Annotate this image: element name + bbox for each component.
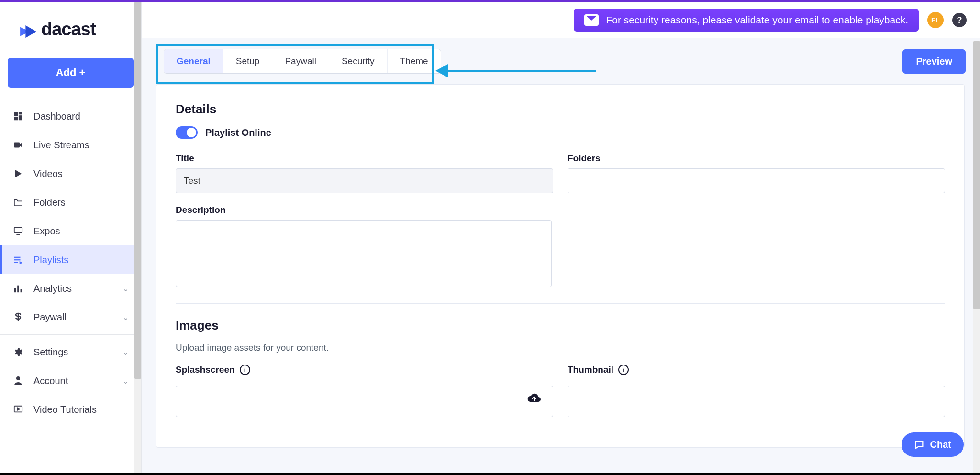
toggle-label: Playlist Online: [205, 127, 271, 138]
sidebar-item-label: Videos: [33, 168, 63, 179]
playlist-online-toggle[interactable]: [176, 126, 198, 139]
details-card: Details Playlist Online Title Folders: [156, 84, 965, 448]
chat-button[interactable]: Chat: [902, 432, 964, 457]
sidebar-item-label: Video Tutorials: [33, 404, 97, 415]
sidebar-scrollbar[interactable]: [134, 2, 141, 473]
svg-rect-3: [14, 117, 18, 120]
sidebar-item-playlists[interactable]: Playlists: [0, 245, 141, 274]
dashboard-icon: [12, 110, 24, 122]
sidebar-item-expos[interactable]: Expos: [0, 217, 141, 245]
topbar: For security reasons, please validate yo…: [142, 2, 980, 38]
logo-mark-icon: [19, 22, 37, 37]
dollar-icon: [12, 311, 24, 323]
svg-rect-9: [14, 262, 18, 263]
tab-general[interactable]: General: [164, 49, 223, 73]
section-divider: [176, 303, 945, 304]
splashscreen-dropzone[interactable]: [176, 386, 553, 417]
svg-rect-10: [14, 288, 16, 292]
sidebar-item-label: Live Streams: [33, 140, 89, 151]
thumbnail-dropzone[interactable]: [568, 386, 945, 417]
sidebar-item-label: Folders: [33, 197, 66, 208]
banner-text: For security reasons, please validate yo…: [606, 14, 909, 26]
nav-divider: [0, 334, 141, 335]
help-icon[interactable]: ?: [952, 13, 967, 27]
tab-setup[interactable]: Setup: [223, 49, 273, 73]
bars-icon: [12, 283, 24, 294]
sidebar-item-settings[interactable]: Settings ⌄: [0, 338, 141, 366]
sidebar-item-label: Expos: [33, 226, 60, 237]
cloud-upload-icon: [527, 393, 541, 405]
svg-rect-0: [14, 112, 18, 116]
sidebar-item-label: Playlists: [33, 254, 68, 265]
info-icon[interactable]: i: [618, 365, 629, 375]
email-validation-banner[interactable]: For security reasons, please validate yo…: [574, 9, 919, 32]
svg-rect-5: [14, 228, 22, 233]
sidebar-item-label: Paywall: [33, 312, 67, 323]
title-label: Title: [176, 153, 553, 164]
play-icon: [12, 168, 24, 179]
monitor-icon: [12, 225, 24, 237]
sidebar-item-live-streams[interactable]: Live Streams: [0, 131, 141, 159]
sidebar-item-video-tutorials[interactable]: Video Tutorials: [0, 395, 141, 424]
tabs: General Setup Paywall Security Theme: [164, 49, 441, 74]
sidebar-item-account[interactable]: Account ⌄: [0, 366, 141, 395]
svg-rect-12: [21, 289, 22, 292]
info-icon[interactable]: i: [240, 365, 250, 375]
description-label: Description: [176, 205, 552, 215]
tabs-row: General Setup Paywall Security Theme Pre…: [156, 38, 975, 84]
chevron-down-icon: ⌄: [122, 376, 129, 386]
sidebar-item-label: Settings: [33, 347, 68, 358]
svg-rect-8: [14, 259, 21, 260]
svg-point-13: [16, 376, 20, 380]
details-heading: Details: [176, 102, 945, 117]
annotation-arrow: [435, 64, 596, 77]
content-scroll-area: General Setup Paywall Security Theme Pre…: [142, 38, 980, 473]
mail-icon: [584, 14, 599, 26]
sidebar-item-dashboard[interactable]: Dashboard: [0, 102, 141, 131]
brand-logo: dacast: [0, 2, 141, 49]
svg-rect-1: [19, 112, 22, 115]
avatar[interactable]: EL: [927, 12, 944, 28]
tab-paywall[interactable]: Paywall: [272, 49, 329, 73]
images-subtext: Upload image assets for your content.: [176, 342, 945, 353]
description-textarea[interactable]: [176, 220, 552, 287]
playlist-online-toggle-row: Playlist Online: [176, 126, 945, 139]
chat-label: Chat: [930, 439, 951, 450]
sidebar-item-paywall[interactable]: Paywall ⌄: [0, 303, 141, 331]
tab-security[interactable]: Security: [329, 49, 388, 73]
sidebar-item-analytics[interactable]: Analytics ⌄: [0, 274, 141, 303]
sidebar-item-label: Account: [33, 376, 68, 387]
main-nav: Dashboard Live Streams Videos Folders: [0, 102, 141, 473]
playlist-icon: [12, 254, 24, 265]
svg-rect-7: [14, 257, 21, 258]
folders-label: Folders: [568, 153, 945, 164]
title-input[interactable]: [176, 168, 553, 193]
gear-icon: [12, 346, 24, 358]
chevron-down-icon: ⌄: [122, 348, 129, 357]
sidebar-item-folders[interactable]: Folders: [0, 188, 141, 217]
sidebar-item-label: Analytics: [33, 283, 72, 294]
thumbnail-label: Thumbnail i: [568, 365, 945, 375]
tab-theme[interactable]: Theme: [388, 49, 441, 73]
splashscreen-label: Splashscreen i: [176, 365, 553, 375]
images-heading: Images: [176, 318, 945, 333]
chevron-down-icon: ⌄: [122, 313, 129, 322]
sidebar-item-videos[interactable]: Videos: [0, 159, 141, 188]
brand-text: dacast: [41, 19, 96, 40]
sidebar: dacast Add + Dashboard Live Streams Vid: [0, 2, 142, 473]
main-scrollbar[interactable]: [973, 41, 980, 473]
video-box-icon: [12, 404, 24, 415]
svg-rect-4: [14, 143, 20, 148]
folders-input[interactable]: [568, 168, 945, 193]
chat-icon: [914, 440, 924, 450]
add-button[interactable]: Add +: [8, 58, 134, 88]
chevron-down-icon: ⌄: [122, 284, 129, 293]
sidebar-item-label: Dashboard: [33, 111, 80, 122]
svg-rect-11: [17, 286, 19, 293]
preview-button[interactable]: Preview: [902, 49, 966, 74]
svg-rect-2: [19, 115, 22, 120]
camera-icon: [12, 139, 24, 151]
folder-icon: [12, 197, 24, 208]
main-content: For security reasons, please validate yo…: [142, 2, 980, 473]
user-icon: [12, 375, 24, 387]
